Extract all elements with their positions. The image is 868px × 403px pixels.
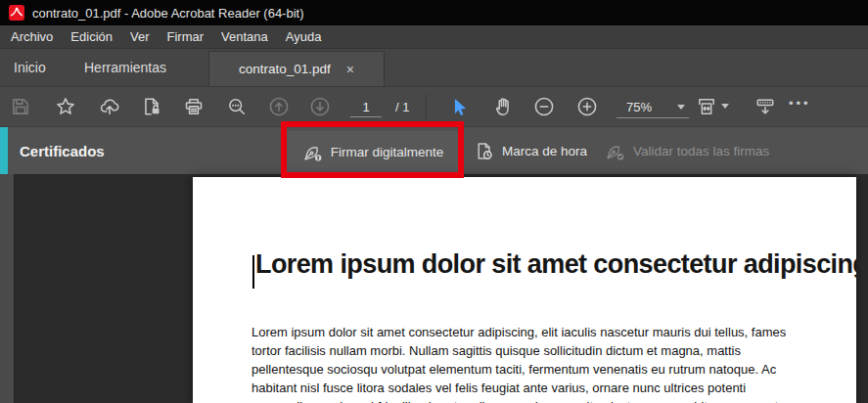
save-icon[interactable] xyxy=(10,96,31,117)
menu-edicion[interactable]: Edición xyxy=(62,25,121,48)
validate-signatures-button[interactable]: Validar todas las firmas xyxy=(595,127,779,175)
document-page: Lorem ipsum dolor sit amet consectetur a… xyxy=(193,177,856,403)
sign-digitally-button[interactable]: Firmar digitalmente xyxy=(287,131,459,172)
close-icon[interactable]: × xyxy=(346,63,354,76)
tab-document-label: contrato_01.pdf xyxy=(239,62,331,76)
sign-digitally-label: Firmar digitalmente xyxy=(331,145,444,159)
toolbar-separator xyxy=(426,94,427,120)
document-paragraph: Lorem ipsum dolor sit amet consectetur a… xyxy=(251,323,839,403)
timestamp-document-icon xyxy=(474,141,494,161)
zoom-level-dropdown[interactable]: 75% xyxy=(617,97,689,118)
navigation-pane-strip xyxy=(0,174,15,403)
toolbar: / 1 75% ••• xyxy=(0,86,868,126)
paragraph-line: suspendisse euismod fringilla pharetra a… xyxy=(251,397,839,403)
previous-page-icon[interactable] xyxy=(268,96,290,117)
select-tool-icon[interactable] xyxy=(447,96,469,117)
menu-ver[interactable]: Ver xyxy=(121,25,159,48)
hand-tool-icon[interactable] xyxy=(492,96,514,117)
zoom-in-icon[interactable] xyxy=(576,96,598,117)
document-area: Lorem ipsum dolor sit amet consectetur a… xyxy=(0,174,868,403)
title-bar: contrato_01.pdf - Adobe Acrobat Reader (… xyxy=(0,0,868,25)
teal-accent-bar xyxy=(0,127,8,175)
document-heading: Lorem ipsum dolor sit amet consectetur a… xyxy=(255,249,856,280)
document-lock-icon[interactable] xyxy=(141,96,162,117)
hide-toolbar-icon[interactable] xyxy=(754,96,776,117)
menu-firmar[interactable]: Firmar xyxy=(159,25,213,48)
paragraph-line: Lorem ipsum dolor sit amet consectetur a… xyxy=(251,323,839,341)
window-title: contrato_01.pdf - Adobe Acrobat Reader (… xyxy=(32,6,304,21)
menu-ayuda[interactable]: Ayuda xyxy=(277,25,331,48)
menu-ventana[interactable]: Ventana xyxy=(212,25,277,48)
page-navigation: / 1 xyxy=(350,97,409,117)
adobe-reader-icon xyxy=(9,5,24,21)
pen-nib-icon xyxy=(302,142,323,162)
star-favorites-icon[interactable] xyxy=(55,96,76,117)
tab-bar: Inicio Herramientas contrato_01.pdf × xyxy=(0,49,868,86)
tab-document[interactable]: contrato_01.pdf × xyxy=(208,51,385,86)
timestamp-label: Marca de hora xyxy=(502,144,587,158)
page-total-label: / 1 xyxy=(395,100,409,114)
menu-archivo[interactable]: Archivo xyxy=(2,25,62,48)
certificates-toolbar: Certificados Firmar digitalmente Marca d… xyxy=(0,126,868,174)
paragraph-line: pellentesque sociosqu volutpat elementum… xyxy=(251,360,839,379)
chevron-down-icon xyxy=(721,104,729,109)
zoom-level-value: 75% xyxy=(626,100,652,114)
cloud-upload-icon[interactable] xyxy=(99,96,120,117)
timestamp-button[interactable]: Marca de hora xyxy=(464,127,597,175)
tab-herramientas[interactable]: Herramientas xyxy=(84,49,166,86)
next-page-icon[interactable] xyxy=(309,96,331,117)
tab-inicio[interactable]: Inicio xyxy=(14,49,46,86)
validate-signatures-label: Validar todas las firmas xyxy=(633,144,769,158)
text-cursor xyxy=(252,255,254,289)
certificates-title: Certificados xyxy=(20,127,105,175)
page-fit-dropdown[interactable] xyxy=(696,96,729,117)
search-zoom-icon[interactable] xyxy=(226,96,248,117)
paragraph-line: habitant nisl fusce litora sodales vel f… xyxy=(251,379,839,397)
page-fit-icon xyxy=(696,96,717,117)
chevron-down-icon xyxy=(677,105,685,110)
print-icon[interactable] xyxy=(183,96,205,117)
zoom-out-icon[interactable] xyxy=(533,96,555,117)
menu-bar: Archivo Edición Ver Firmar Ventana Ayuda xyxy=(0,25,868,49)
acrobat-window: contrato_01.pdf - Adobe Acrobat Reader (… xyxy=(0,0,868,403)
paragraph-line: tortor facilisis nullam morbi. Nullam sa… xyxy=(251,341,839,360)
more-tools-icon[interactable]: ••• xyxy=(789,96,811,111)
validate-signatures-icon xyxy=(605,141,625,161)
page-number-input[interactable] xyxy=(350,97,382,117)
